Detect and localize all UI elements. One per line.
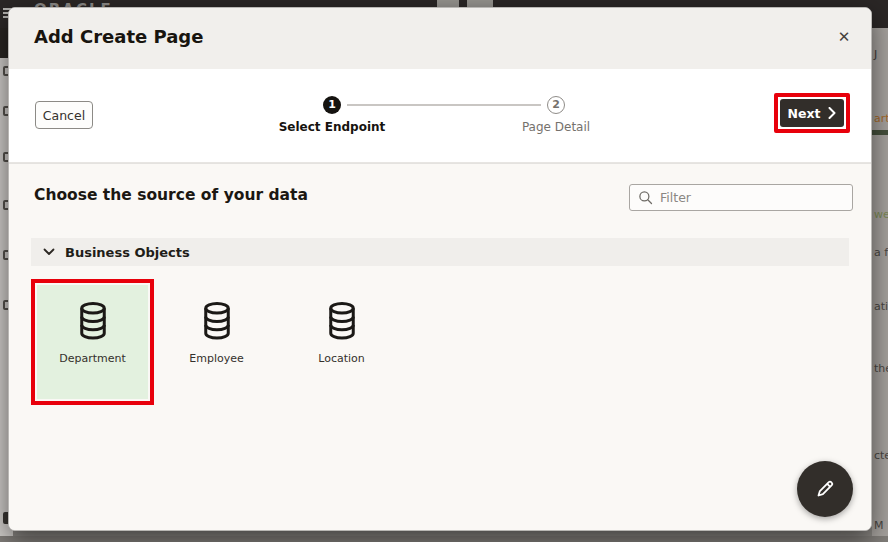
chevron-right-icon	[828, 107, 836, 119]
text-fragment: M	[874, 519, 884, 532]
card-label: Employee	[189, 352, 243, 365]
department-card-highlight: Department	[31, 279, 154, 405]
business-objects-section-header[interactable]: Business Objects	[31, 238, 849, 266]
close-icon[interactable]: ✕	[829, 22, 859, 52]
text-fragment: we	[874, 208, 888, 221]
database-icon	[199, 300, 235, 342]
right-page-fragment: J art we a f atin the cte M	[872, 28, 888, 536]
step-2-indicator[interactable]: 2	[547, 96, 565, 114]
text-fragment: J	[874, 48, 877, 61]
text-fragment: a f	[874, 246, 888, 259]
chevron-down-icon	[43, 248, 55, 256]
dialog-header: Add Create Page ✕	[9, 8, 871, 69]
topbar-icon-fragment	[467, 0, 493, 7]
card-label: Location	[318, 352, 365, 365]
next-button-highlight: Next	[774, 93, 850, 133]
card-label: Department	[59, 352, 126, 365]
step-1-indicator[interactable]: 1	[323, 96, 341, 114]
wizard-train: Cancel 1 2 Select Endpoint Page Detail N…	[9, 69, 871, 163]
divider-fragment	[872, 130, 888, 135]
card-department[interactable]: Department	[37, 285, 148, 399]
text-fragment: art	[874, 112, 888, 125]
next-button-label: Next	[788, 106, 821, 121]
bottom-bar-fragment	[0, 536, 888, 542]
search-icon	[638, 190, 653, 205]
source-heading: Choose the source of your data	[34, 186, 308, 204]
text-fragment: cte	[874, 449, 888, 462]
section-label: Business Objects	[65, 245, 190, 260]
step-1-label: Select Endpoint	[262, 120, 402, 134]
filter-field[interactable]	[629, 184, 853, 211]
card-employee[interactable]: Employee	[161, 285, 272, 399]
text-fragment: the	[874, 362, 888, 375]
database-icon	[75, 300, 111, 342]
topbar-icon-fragment	[437, 0, 459, 7]
step-2-label: Page Detail	[486, 120, 626, 134]
add-create-page-dialog: Add Create Page ✕ Cancel 1 2 Select Endp…	[8, 7, 872, 531]
cancel-button[interactable]: Cancel	[35, 101, 93, 129]
next-button[interactable]: Next	[780, 99, 844, 127]
edit-fab-button[interactable]	[797, 461, 853, 517]
pencil-icon	[813, 477, 837, 501]
filter-input[interactable]	[660, 190, 844, 205]
step-connector	[347, 104, 541, 106]
dialog-body: Choose the source of your data Business …	[9, 163, 871, 530]
text-fragment: atin	[874, 300, 888, 313]
card-location[interactable]: Location	[286, 285, 397, 399]
database-icon	[324, 300, 360, 342]
dialog-title: Add Create Page	[34, 26, 203, 47]
